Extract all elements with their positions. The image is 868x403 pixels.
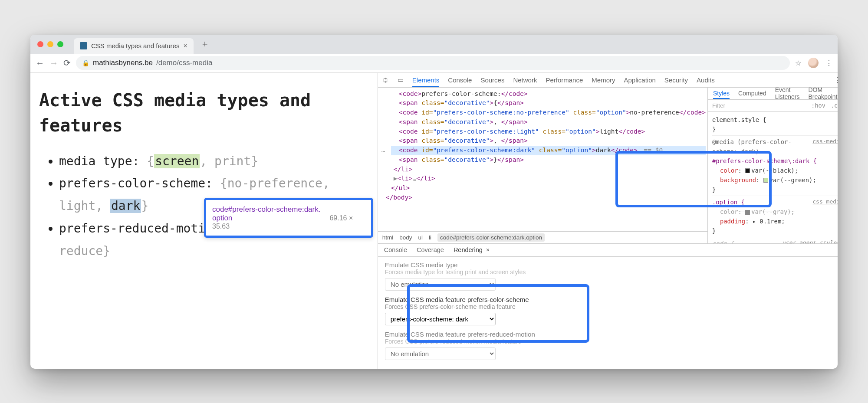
emulate-color-scheme-select[interactable]: prefers-color-scheme: dark: [385, 313, 496, 325]
drawer-tabbar: Console Coverage Rendering × ×: [378, 244, 838, 257]
style-rule-media: css-media:18 @media (prefers-color-schem…: [712, 136, 838, 196]
browser-window: CSS media types and features × + ← → ⟳ 🔒…: [30, 35, 838, 369]
styles-tabbar: Styles Computed Event Listeners DOM Brea…: [708, 88, 838, 100]
profile-avatar[interactable]: [808, 58, 819, 68]
tab-security[interactable]: Security: [664, 76, 688, 84]
styles-body[interactable]: element.style {} css-media:18 @media (pr…: [708, 112, 838, 243]
inspect-tooltip: code#prefers-color-scheme:dark.option 69…: [204, 198, 373, 238]
tab-close-icon[interactable]: ×: [183, 42, 187, 50]
emulate-reduced-motion-select[interactable]: No emulation: [385, 347, 496, 360]
devtools-tabbar: ⯐ ▭ Elements Console Sources Network Per…: [378, 73, 838, 88]
cls-toggle[interactable]: .cls: [831, 102, 838, 109]
emulate-color-scheme-title: Emulate CSS media feature prefers-color-…: [385, 296, 838, 303]
tab-audits[interactable]: Audits: [697, 76, 715, 84]
page-heading: Active CSS media types and features: [39, 88, 369, 138]
minimize-window-button[interactable]: [47, 41, 53, 47]
drawer-tab-rendering[interactable]: Rendering: [454, 246, 483, 253]
tab-console[interactable]: Console: [448, 76, 472, 84]
emulate-reduced-motion-desc: Forces CSS prefers-reduced-motion media …: [385, 338, 838, 345]
crumb-active[interactable]: code#prefers-color-scheme:dark.option: [437, 233, 545, 242]
selected-dom-node[interactable]: …<code id="prefers-color-scheme:dark" cl…: [391, 146, 706, 155]
device-toolbar-icon[interactable]: ▭: [398, 76, 404, 84]
emulate-color-scheme-desc: Forces CSS prefers-color-scheme media fe…: [385, 303, 838, 310]
tab-elements[interactable]: Elements: [412, 76, 440, 87]
emulate-media-type-title: Emulate CSS media type: [385, 261, 838, 269]
emulate-reduced-motion-title: Emulate CSS media feature prefers-reduce…: [385, 331, 838, 338]
back-button[interactable]: ←: [36, 59, 44, 67]
emulate-media-type-select[interactable]: No emulation: [385, 278, 496, 291]
drawer-tab-coverage[interactable]: Coverage: [417, 246, 444, 253]
browser-tab[interactable]: CSS media types and features ×: [74, 38, 194, 54]
close-window-button[interactable]: [37, 41, 43, 47]
source-link[interactable]: css-media:13: [812, 197, 838, 206]
drawer-tab-close-icon[interactable]: ×: [486, 246, 490, 253]
dom-breadcrumbs: html body ul li code#prefers-color-schem…: [378, 231, 707, 243]
address-bar: ← → ⟳ 🔒 mathiasbynens.be/demo/css-media …: [30, 54, 838, 73]
crumb[interactable]: ul: [418, 234, 423, 241]
new-tab-button[interactable]: +: [202, 39, 208, 50]
list-item: media type: {screen, print}: [59, 150, 369, 173]
url-host: mathiasbynens.be: [93, 59, 153, 67]
page-body: Active CSS media types and features medi…: [30, 73, 378, 369]
lock-icon: 🔒: [82, 59, 89, 66]
active-media-type: screen: [154, 154, 200, 168]
styles-filter-bar: Filter :hov .cls +: [708, 100, 838, 112]
maximize-window-button[interactable]: [57, 41, 63, 47]
source-link: user agent stylesheet: [782, 239, 838, 243]
bookmark-icon[interactable]: ☆: [795, 59, 801, 67]
crumb[interactable]: html: [382, 234, 394, 241]
styles-tab-breakpoints[interactable]: DOM Breakpoints: [808, 86, 838, 100]
tab-application[interactable]: Application: [624, 76, 655, 84]
source-link[interactable]: css-media:18: [812, 137, 838, 146]
traffic-lights: [37, 41, 63, 47]
active-color-scheme: dark: [110, 199, 141, 213]
tab-sources[interactable]: Sources: [480, 76, 504, 84]
devtools-drawer: Console Coverage Rendering × × Emulate C…: [378, 243, 838, 369]
emulate-media-type-desc: Forces media type for testing print and …: [385, 269, 838, 275]
url-input[interactable]: 🔒 mathiasbynens.be/demo/css-media: [76, 56, 790, 70]
tooltip-selector: code#prefers-color-scheme:dark.option: [212, 205, 321, 223]
url-path: /demo/css-media: [156, 59, 212, 67]
reload-button[interactable]: ⟳: [63, 59, 71, 67]
tab-memory[interactable]: Memory: [592, 76, 615, 84]
styles-filter-input[interactable]: Filter: [712, 102, 725, 109]
favicon-icon: [80, 42, 87, 49]
dom-tree[interactable]: <code>prefers-color-scheme:</code> <span…: [378, 88, 707, 231]
devtools-menu-icon[interactable]: ⋮: [834, 76, 838, 84]
inspect-element-icon[interactable]: ⯐: [382, 76, 389, 84]
devtools-panel: ⯐ ▭ Elements Console Sources Network Per…: [378, 73, 838, 369]
tab-performance[interactable]: Performance: [546, 76, 583, 84]
tab-network[interactable]: Network: [513, 76, 537, 84]
titlebar: CSS media types and features × +: [30, 35, 838, 54]
crumb[interactable]: li: [429, 234, 431, 241]
drawer-tab-console[interactable]: Console: [384, 246, 407, 253]
styles-tab-styles[interactable]: Styles: [713, 90, 730, 99]
styles-panel: Styles Computed Event Listeners DOM Brea…: [708, 88, 838, 243]
dom-panel: <code>prefers-color-scheme:</code> <span…: [378, 88, 708, 243]
forward-button[interactable]: →: [49, 59, 58, 67]
browser-menu-icon[interactable]: ⋮: [825, 59, 832, 67]
rendering-pane: Emulate CSS media type Forces media type…: [378, 257, 838, 369]
hov-toggle[interactable]: :hov: [811, 102, 825, 109]
content-area: Active CSS media types and features medi…: [30, 73, 838, 369]
crumb[interactable]: body: [399, 234, 412, 241]
styles-tab-listeners[interactable]: Event Listeners: [775, 86, 800, 100]
styles-tab-computed[interactable]: Computed: [738, 90, 766, 97]
tab-title: CSS media types and features: [91, 42, 179, 49]
